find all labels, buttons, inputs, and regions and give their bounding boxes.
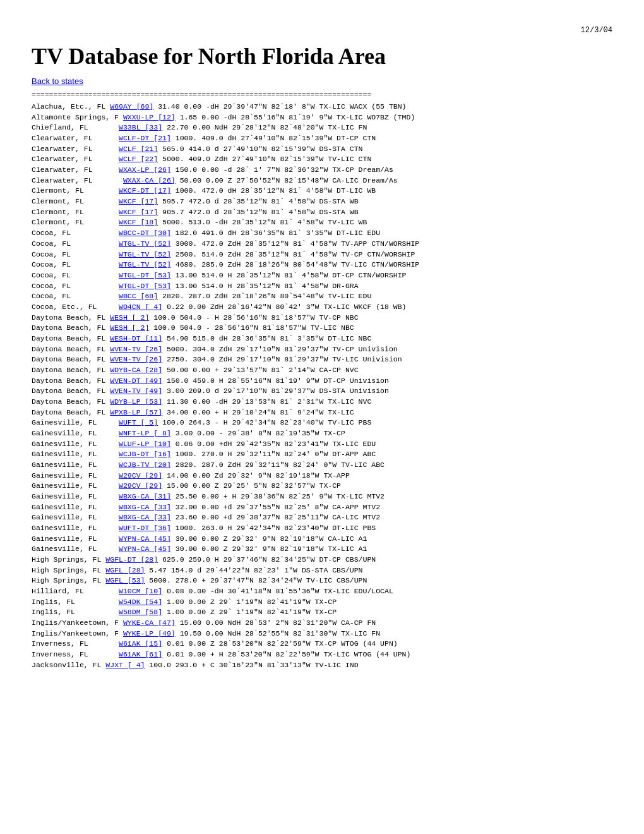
station-link[interactable]: WTGL-TV [52] [119, 260, 171, 269]
station-link[interactable]: W58DM [58] [119, 608, 162, 616]
station-link[interactable]: WTGL-TV [52] [119, 250, 171, 258]
station-link[interactable]: WVEN-TV [26] [110, 355, 162, 363]
station-link[interactable]: W29CV [29] [119, 471, 162, 480]
station-link[interactable]: WJXT [ 4] [105, 661, 145, 669]
station-link[interactable]: WXAX-CA [26] [123, 176, 176, 184]
station-link[interactable]: WUFT-DT [36] [119, 524, 171, 532]
station-link[interactable]: WNFT-LP [ 8] [119, 429, 171, 437]
station-link[interactable]: WVEN-TV [49] [110, 387, 162, 395]
station-link[interactable]: WKCF [18] [119, 218, 158, 226]
station-link[interactable]: W54DK [54] [119, 598, 162, 606]
page-title: TV Database for North Florida Area [32, 40, 612, 73]
station-link[interactable]: WYKE-LP [49] [123, 629, 176, 638]
separator: ========================================… [32, 90, 612, 100]
station-link[interactable]: WESH-DT [11] [110, 334, 162, 342]
station-link[interactable]: WESH [ 2] [110, 323, 149, 332]
station-link[interactable]: W61AK [15] [119, 639, 162, 648]
station-link[interactable]: WXAX-LP [26] [119, 166, 171, 174]
station-link[interactable]: WO4CN [ 4] [119, 303, 162, 311]
station-link[interactable]: W29CV [29] [119, 481, 162, 490]
station-link[interactable]: WVEN-DT [49] [110, 377, 162, 385]
station-link[interactable]: WCJB-TV [20] [119, 461, 171, 469]
station-link[interactable]: WDYB-LP [53] [110, 397, 162, 406]
station-link[interactable]: WDYB-CA [28] [110, 366, 162, 374]
data-block: Alachua, Etc., FL W69AY [69] 31.40 0.00 … [32, 102, 612, 670]
station-link[interactable]: WGFL [53] [105, 576, 145, 584]
station-link[interactable]: WGFL-DT [28] [105, 555, 158, 564]
station-link[interactable]: WTGL-DT [53] [119, 282, 171, 290]
station-link[interactable]: W61AK [61] [119, 650, 162, 658]
date-line: 12/3/04 [32, 25, 612, 36]
back-to-states-link[interactable]: Back to states [32, 76, 83, 88]
station-link[interactable]: WKCF [17] [119, 208, 158, 216]
station-link[interactable]: WCLF [21] [119, 145, 158, 153]
station-link[interactable]: WBCC-DT [30] [119, 229, 171, 237]
station-link[interactable]: W69AY [69] [110, 102, 153, 111]
station-link[interactable]: WBXG-CA [33] [119, 513, 171, 521]
station-link[interactable]: WGFL [28] [105, 566, 145, 574]
station-link[interactable]: WLUF-LP [10] [119, 440, 171, 448]
station-link[interactable]: WKCF-DT [17] [119, 186, 171, 195]
station-link[interactable]: WPXB-LP [57] [110, 408, 162, 416]
station-link[interactable]: WXXU-LP [12] [123, 113, 176, 121]
station-link[interactable]: WYPN-CA [45] [119, 535, 171, 543]
station-link[interactable]: WKCF [17] [119, 197, 158, 205]
station-link[interactable]: WTGL-TV [52] [119, 239, 171, 248]
station-link[interactable]: WESH [ 2] [110, 313, 149, 322]
station-link[interactable]: W10CM [10] [119, 587, 162, 595]
station-link[interactable]: WTGL-DT [53] [119, 271, 171, 279]
station-link[interactable]: WVEN-TV [26] [110, 345, 162, 353]
station-link[interactable]: WCJB-DT [16] [119, 450, 171, 458]
station-link[interactable]: WYPN-CA [45] [119, 545, 171, 553]
station-link[interactable]: WYKE-CA [47] [123, 619, 176, 627]
station-link[interactable]: WBCC [68] [119, 292, 158, 300]
station-link[interactable]: WCLF [22] [119, 155, 158, 163]
station-link[interactable]: WUFT [ 5] [119, 418, 158, 426]
station-link[interactable]: WCLF-DT [21] [119, 134, 171, 142]
station-link[interactable]: WBXG-CA [33] [119, 503, 171, 511]
station-link[interactable]: WBXG-CA [31] [119, 492, 171, 500]
station-link[interactable]: W33BL [33] [119, 123, 162, 131]
